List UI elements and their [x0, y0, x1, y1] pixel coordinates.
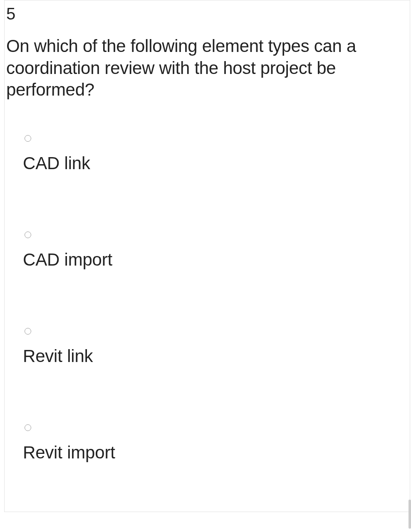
radio-cad-link[interactable]: [25, 135, 31, 142]
option-cad-link: CAD link: [23, 135, 410, 173]
question-container: 5 On which of the following element type…: [4, 0, 410, 512]
options-list: CAD link CAD import Revit link Revit imp…: [5, 101, 410, 463]
option-label: CAD import: [23, 238, 410, 270]
option-label: Revit import: [23, 431, 410, 463]
option-label: CAD link: [23, 142, 410, 173]
radio-cad-import[interactable]: [25, 232, 31, 238]
radio-revit-link[interactable]: [25, 328, 31, 335]
radio-revit-import[interactable]: [25, 424, 31, 431]
question-number: 5: [5, 0, 410, 24]
option-revit-link: Revit link: [23, 328, 410, 366]
option-label: Revit link: [23, 335, 410, 366]
option-cad-import: CAD import: [23, 232, 410, 270]
question-text: On which of the following element types …: [5, 24, 410, 101]
scrollbar-thumb[interactable]: [409, 500, 411, 529]
option-revit-import: Revit import: [23, 424, 410, 463]
